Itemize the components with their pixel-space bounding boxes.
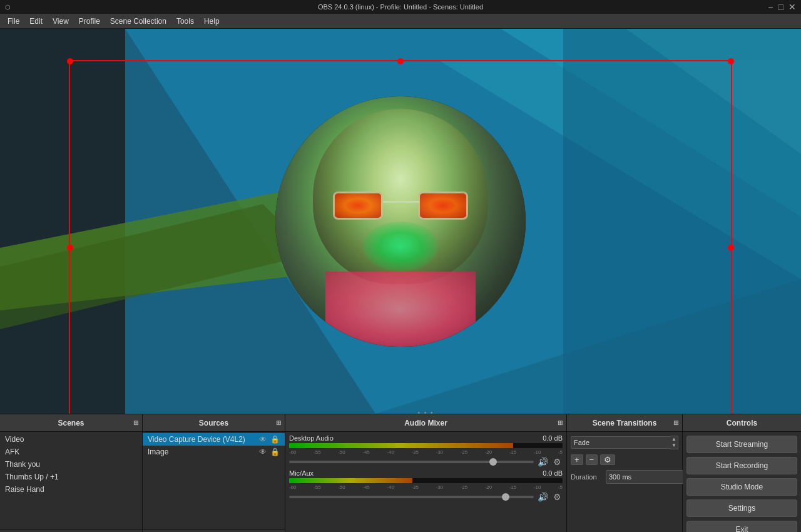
maximize-button[interactable]: □ bbox=[778, 2, 783, 12]
transition-remove-button[interactable]: − bbox=[586, 454, 598, 465]
webcam-view bbox=[275, 96, 526, 347]
scene-transitions-label: Scene Transitions bbox=[593, 419, 657, 427]
source-name-image: Image bbox=[148, 448, 168, 456]
controls-panel-header: Controls bbox=[683, 414, 801, 432]
transitions-panel-header: Scene Transitions ⊞ bbox=[567, 414, 682, 432]
source-lock-icon-2[interactable]: 🔒 bbox=[270, 448, 280, 456]
menu-tools[interactable]: Tools bbox=[171, 16, 199, 27]
menu-profile[interactable]: Profile bbox=[74, 16, 105, 27]
source-eye-icon[interactable]: 👁 bbox=[259, 435, 267, 444]
scenes-panel-menu-icon[interactable]: ⊞ bbox=[133, 419, 138, 426]
sources-panel-menu-icon[interactable]: ⊞ bbox=[276, 419, 281, 426]
menu-view[interactable]: View bbox=[48, 16, 74, 27]
audio-panel: • • • Audio Mixer ⊞ Desktop Audio 0.0 dB… bbox=[285, 414, 567, 532]
scene-item-thumbsup[interactable]: Thumbs Up / +1 bbox=[0, 471, 142, 483]
mic-aux-name: Mic/Aux bbox=[289, 469, 314, 477]
transitions-panel-menu-icon[interactable]: ⊞ bbox=[673, 419, 678, 426]
sources-toolbar: + − ⚙ ∧ ∨ bbox=[143, 529, 285, 532]
mic-aux-controls: 🔊 ⚙ bbox=[289, 492, 563, 502]
source-item-v4l2[interactable]: Video Capture Device (V4L2) 👁 🔒 bbox=[143, 433, 285, 446]
audio-mixer-label: Audio Mixer bbox=[404, 419, 447, 427]
controls-content: Start Streaming Start Recording Studio M… bbox=[683, 432, 801, 532]
start-streaming-button[interactable]: Start Streaming bbox=[686, 436, 797, 453]
transition-select-row: Fade Cut Swipe Slide ▲ ▼ bbox=[571, 436, 678, 449]
menu-help[interactable]: Help bbox=[199, 16, 225, 27]
transitions-content: Fade Cut Swipe Slide ▲ ▼ + − ⚙ Duration bbox=[567, 432, 682, 532]
desktop-audio-name: Desktop Audio bbox=[289, 434, 334, 442]
settings-button[interactable]: Settings bbox=[686, 499, 797, 517]
scenes-list: Video AFK Thank you Thumbs Up / +1 Raise… bbox=[0, 432, 142, 529]
scenes-panel: Scenes ⊞ Video AFK Thank you Thumbs Up /… bbox=[0, 414, 143, 532]
close-button[interactable]: ✕ bbox=[788, 2, 796, 12]
scenes-panel-header: Scenes ⊞ bbox=[0, 414, 142, 432]
title-bar: ⬡ OBS 24.0.3 (linux) - Profile: Untitled… bbox=[0, 0, 801, 14]
transition-add-button[interactable]: + bbox=[571, 454, 583, 465]
duration-label: Duration bbox=[571, 473, 602, 481]
scene-item-afk[interactable]: AFK bbox=[0, 446, 142, 458]
transition-arrow-down[interactable]: ▼ bbox=[671, 442, 676, 449]
window-title: OBS 24.0.3 (linux) - Profile: Untitled -… bbox=[318, 3, 483, 11]
scenes-label: Scenes bbox=[58, 419, 84, 427]
desktop-audio-channel: Desktop Audio 0.0 dB -60-55-50-45-40-35 … bbox=[289, 434, 563, 467]
mic-aux-mute[interactable]: 🔊 bbox=[536, 492, 549, 502]
mic-aux-settings[interactable]: ⚙ bbox=[552, 492, 563, 502]
mic-aux-slider[interactable] bbox=[289, 496, 534, 498]
source-name-v4l2: Video Capture Device (V4L2) bbox=[148, 435, 245, 444]
desktop-audio-labels: -60-55-50-45-40-35 -30-25-20-15-10-5 bbox=[289, 449, 563, 455]
shirt-area bbox=[325, 272, 476, 347]
duration-row: Duration ▲ ▼ bbox=[571, 470, 678, 484]
sources-list: Video Capture Device (V4L2) 👁 🔒 Image 👁 … bbox=[143, 432, 285, 529]
scene-item-thankyou[interactable]: Thank you bbox=[0, 458, 142, 471]
sources-panel: Sources ⊞ Video Capture Device (V4L2) 👁 … bbox=[143, 414, 285, 532]
desktop-audio-mute[interactable]: 🔊 bbox=[536, 457, 549, 467]
mic-aux-fill bbox=[289, 478, 412, 483]
audio-panel-menu-icon[interactable]: ⊞ bbox=[558, 419, 563, 426]
source-item-image[interactable]: Image 👁 🔒 bbox=[143, 446, 285, 458]
audio-panel-header: • • • Audio Mixer ⊞ bbox=[285, 414, 566, 432]
transitions-panel: Scene Transitions ⊞ Fade Cut Swipe Slide… bbox=[567, 414, 683, 532]
desktop-audio-slider[interactable] bbox=[289, 461, 534, 463]
audio-content: Desktop Audio 0.0 dB -60-55-50-45-40-35 … bbox=[285, 432, 566, 532]
mic-aux-channel: Mic/Aux 0.0 dB -60-55-50-45-40-35 -30-25… bbox=[289, 469, 563, 502]
dots-handle: • • • bbox=[417, 409, 434, 416]
menu-bar: File Edit View Profile Scene Collection … bbox=[0, 14, 801, 29]
mic-aux-meter bbox=[289, 478, 563, 483]
bottom-panels: Scenes ⊞ Video AFK Thank you Thumbs Up /… bbox=[0, 414, 801, 532]
desktop-audio-controls: 🔊 ⚙ bbox=[289, 457, 563, 467]
controls-label: Controls bbox=[727, 419, 757, 427]
menu-file[interactable]: File bbox=[3, 16, 24, 27]
source-eye-icon-2[interactable]: 👁 bbox=[259, 448, 267, 456]
transition-settings-button[interactable]: ⚙ bbox=[600, 454, 615, 465]
mic-aux-db: 0.0 dB bbox=[543, 469, 563, 477]
mic-aux-labels: -60-55-50-45-40-35 -30-25-20-15-10-5 bbox=[289, 484, 563, 490]
preview-area bbox=[0, 29, 801, 414]
desktop-audio-fill bbox=[289, 443, 513, 448]
source-lock-icon[interactable]: 🔒 bbox=[270, 435, 280, 444]
scene-item-raisehand[interactable]: Raise Hand bbox=[0, 483, 142, 496]
transition-select[interactable]: Fade Cut Swipe Slide bbox=[571, 436, 671, 449]
desktop-audio-meter bbox=[289, 443, 563, 448]
sources-panel-header: Sources ⊞ bbox=[143, 414, 285, 432]
desktop-audio-db: 0.0 dB bbox=[543, 434, 563, 442]
glasses-left bbox=[333, 192, 383, 220]
menu-edit[interactable]: Edit bbox=[24, 16, 48, 27]
scenes-toolbar: + − ∧ ∨ bbox=[0, 529, 142, 532]
transition-arrow-up[interactable]: ▲ bbox=[671, 436, 676, 442]
scene-item-video[interactable]: Video bbox=[0, 433, 142, 446]
desktop-audio-settings[interactable]: ⚙ bbox=[552, 457, 563, 467]
menu-scene-collection[interactable]: Scene Collection bbox=[105, 16, 171, 27]
exit-button[interactable]: Exit bbox=[686, 521, 797, 532]
studio-mode-button[interactable]: Studio Mode bbox=[686, 478, 797, 496]
sources-label: Sources bbox=[199, 419, 228, 427]
controls-panel: Controls Start Streaming Start Recording… bbox=[683, 414, 801, 532]
glasses-bridge bbox=[383, 201, 419, 203]
transitions-toolbar: + − ⚙ bbox=[571, 454, 678, 465]
glasses-right bbox=[418, 192, 468, 220]
start-recording-button[interactable]: Start Recording bbox=[686, 457, 797, 474]
app-icon: ⬡ bbox=[5, 4, 11, 11]
green-glow bbox=[363, 222, 438, 272]
minimize-button[interactable]: − bbox=[768, 2, 773, 12]
